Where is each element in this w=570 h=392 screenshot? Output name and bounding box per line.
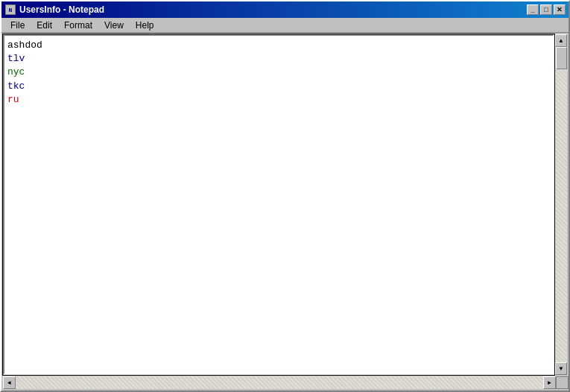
scroll-track-v[interactable] — [555, 47, 567, 362]
menu-help[interactable]: Help — [130, 19, 160, 32]
editor-area[interactable]: ashdodtlvnyctkcru — [3, 34, 554, 375]
maximize-button[interactable]: □ — [540, 4, 552, 15]
bottom-bar: ◄ ► — [1, 376, 569, 391]
menu-edit[interactable]: Edit — [31, 19, 58, 32]
window-title: UsersInfo - Notepad — [19, 4, 104, 15]
minimize-button[interactable]: _ — [527, 4, 539, 15]
editor-line-2: nyc — [7, 66, 550, 79]
menu-file[interactable]: File — [4, 19, 31, 32]
scroll-track-h[interactable] — [16, 376, 543, 389]
title-bar: N UsersInfo - Notepad _ □ ✕ — [1, 1, 569, 18]
close-button[interactable]: ✕ — [554, 4, 566, 15]
main-content: ashdodtlvnyctkcru ▲ ▼ — [1, 33, 569, 376]
window-controls: _ □ ✕ — [527, 4, 566, 15]
menu-view[interactable]: View — [98, 19, 130, 32]
notepad-window: N UsersInfo - Notepad _ □ ✕ File Edit Fo… — [0, 0, 570, 392]
editor-line-4: ru — [7, 93, 550, 107]
title-bar-left: N UsersInfo - Notepad — [4, 4, 104, 16]
editor-line-3: tkc — [7, 80, 550, 93]
menu-format[interactable]: Format — [58, 19, 98, 32]
scrollbar-corner — [556, 376, 569, 389]
vertical-scrollbar: ▲ ▼ — [554, 34, 567, 375]
scroll-right-button[interactable]: ► — [543, 376, 556, 389]
scroll-down-button[interactable]: ▼ — [555, 362, 567, 375]
editor-content: ashdodtlvnyctkcru — [4, 36, 553, 373]
scroll-thumb-v[interactable] — [556, 47, 567, 69]
editor-line-1: tlv — [7, 52, 550, 66]
notepad-icon: N — [5, 4, 16, 15]
scroll-up-button[interactable]: ▲ — [555, 34, 567, 47]
menu-bar: File Edit Format View Help — [1, 18, 569, 33]
scroll-left-button[interactable]: ◄ — [3, 376, 16, 389]
editor-line-0: ashdod — [7, 39, 550, 52]
horizontal-scrollbar: ◄ ► — [3, 376, 556, 389]
app-icon: N — [4, 4, 16, 16]
